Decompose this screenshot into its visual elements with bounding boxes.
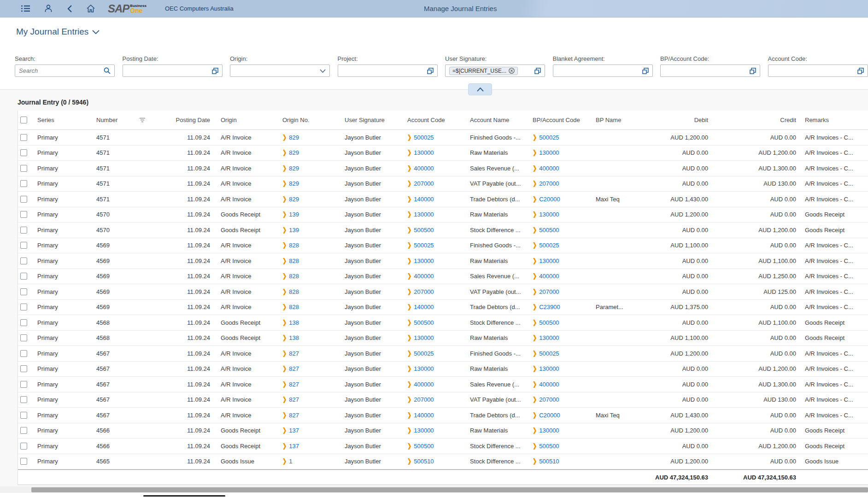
row-checkbox[interactable] bbox=[20, 365, 27, 372]
row-checkbox[interactable] bbox=[20, 334, 27, 341]
origin-no-link[interactable]: 829 bbox=[289, 134, 299, 141]
menu-list-icon[interactable] bbox=[20, 4, 30, 14]
bp-account-code-link[interactable]: 500510 bbox=[539, 458, 559, 465]
back-icon[interactable] bbox=[65, 4, 75, 14]
table-row[interactable]: Primary456911.09.24A/R Invoice❯828Jayson… bbox=[18, 284, 868, 300]
bp-account-code-link[interactable]: 130000 bbox=[539, 334, 559, 341]
table-row[interactable]: Primary456711.09.24A/R Invoice❯827Jayson… bbox=[18, 392, 868, 408]
origin-no-link[interactable]: 828 bbox=[289, 257, 299, 264]
row-checkbox[interactable] bbox=[20, 458, 27, 465]
search-icon[interactable] bbox=[104, 67, 111, 74]
table-row[interactable]: Primary456811.09.24Goods Receipt❯138Jays… bbox=[18, 315, 868, 331]
bp-account-code-input[interactable] bbox=[660, 64, 760, 77]
bp-account-code-link[interactable]: 500500 bbox=[539, 443, 559, 450]
bp-account-code-link[interactable]: C20000 bbox=[539, 412, 560, 419]
column-header-account-code[interactable]: Account Code bbox=[404, 117, 467, 123]
origin-no-link[interactable]: 827 bbox=[289, 381, 299, 388]
horizontal-scrollbar[interactable] bbox=[0, 486, 868, 493]
column-header-series[interactable]: Series bbox=[37, 117, 96, 123]
row-checkbox[interactable] bbox=[20, 427, 27, 434]
origin-no-link[interactable]: 138 bbox=[289, 334, 299, 341]
row-checkbox[interactable] bbox=[20, 211, 27, 218]
account-code-link[interactable]: 500500 bbox=[414, 443, 434, 450]
bp-account-code-link[interactable]: 500500 bbox=[539, 227, 559, 234]
chevron-down-icon[interactable] bbox=[320, 69, 326, 73]
filter-icon[interactable] bbox=[140, 118, 145, 123]
row-checkbox[interactable] bbox=[20, 443, 27, 450]
bp-account-code-link[interactable]: 500025 bbox=[539, 242, 559, 249]
bp-account-code-link[interactable]: 130000 bbox=[539, 427, 559, 434]
table-row[interactable]: Primary456711.09.24A/R Invoice❯827Jayson… bbox=[18, 346, 868, 362]
column-header-origin-no[interactable]: Origin No. bbox=[280, 117, 341, 123]
bp-account-code-link[interactable]: 500025 bbox=[539, 350, 559, 357]
horizontal-scrollbar-thumb[interactable] bbox=[31, 487, 868, 492]
bp-account-code-link[interactable]: 500025 bbox=[539, 134, 559, 141]
account-code-link[interactable]: 207000 bbox=[414, 396, 434, 403]
bp-account-code-link[interactable]: 400000 bbox=[539, 165, 559, 172]
row-checkbox[interactable] bbox=[20, 257, 27, 264]
row-checkbox[interactable] bbox=[20, 396, 27, 403]
table-row[interactable]: Primary456711.09.24A/R Invoice❯827Jayson… bbox=[18, 377, 868, 392]
origin-no-link[interactable]: 827 bbox=[289, 365, 299, 372]
origin-no-link[interactable]: 828 bbox=[289, 242, 299, 249]
origin-no-link[interactable]: 829 bbox=[289, 149, 299, 156]
table-row[interactable]: Primary456811.09.24Goods Receipt❯138Jays… bbox=[18, 331, 868, 346]
column-header-debit[interactable]: Debit bbox=[642, 117, 708, 123]
row-checkbox[interactable] bbox=[20, 149, 27, 156]
bp-account-code-link[interactable]: C23900 bbox=[539, 304, 560, 310]
row-checkbox[interactable] bbox=[20, 165, 27, 172]
user-signature-token[interactable]: =$[CURRENT_USE... bbox=[449, 67, 518, 75]
value-help-icon[interactable] bbox=[534, 68, 541, 74]
origin-select[interactable] bbox=[230, 64, 330, 77]
row-checkbox[interactable] bbox=[20, 180, 27, 187]
origin-no-link[interactable]: 828 bbox=[289, 304, 299, 310]
column-header-user-signature[interactable]: User Signature bbox=[341, 117, 404, 123]
user-signature-input[interactable]: =$[CURRENT_USE... bbox=[445, 64, 545, 77]
bp-account-code-link[interactable]: 207000 bbox=[539, 180, 559, 187]
origin-no-link[interactable]: 137 bbox=[289, 443, 299, 450]
origin-no-link[interactable]: 829 bbox=[289, 196, 299, 203]
table-row[interactable]: Primary457111.09.24A/R Invoice❯829Jayson… bbox=[18, 146, 868, 161]
account-code-link[interactable]: 500500 bbox=[414, 319, 434, 326]
column-header-remarks[interactable]: Remarks bbox=[796, 117, 861, 123]
home-icon[interactable] bbox=[86, 4, 96, 14]
origin-no-link[interactable]: 138 bbox=[289, 319, 299, 326]
account-code-link[interactable]: 140000 bbox=[414, 196, 434, 203]
account-code-link[interactable]: 500510 bbox=[414, 458, 434, 465]
account-code-link[interactable]: 500025 bbox=[414, 242, 434, 249]
table-row[interactable]: Primary456511.09.24Goods Issue❯1Jayson B… bbox=[18, 454, 868, 470]
column-header-credit[interactable]: Credit bbox=[708, 117, 796, 123]
table-row[interactable]: Primary456911.09.24A/R Invoice❯828Jayson… bbox=[18, 300, 868, 316]
bp-account-code-link[interactable]: 500500 bbox=[539, 319, 559, 326]
table-row[interactable]: Primary457111.09.24A/R Invoice❯829Jayson… bbox=[18, 192, 868, 207]
account-code-link[interactable]: 130000 bbox=[414, 257, 434, 264]
bp-account-code-link[interactable]: 207000 bbox=[539, 288, 559, 295]
row-checkbox[interactable] bbox=[20, 381, 27, 388]
row-checkbox[interactable] bbox=[20, 242, 27, 249]
bp-account-code-link[interactable]: 130000 bbox=[539, 149, 559, 156]
table-row[interactable]: Primary456611.09.24Goods Receipt❯137Jays… bbox=[18, 423, 868, 439]
row-checkbox[interactable] bbox=[20, 319, 27, 326]
account-code-link[interactable]: 400000 bbox=[414, 381, 434, 388]
view-selector[interactable]: My Journal Entries bbox=[16, 27, 100, 37]
origin-no-link[interactable]: 137 bbox=[289, 427, 299, 434]
account-code-link[interactable]: 400000 bbox=[414, 273, 434, 280]
row-checkbox[interactable] bbox=[20, 273, 27, 280]
table-row[interactable]: Primary457111.09.24A/R Invoice❯829Jayson… bbox=[18, 130, 868, 146]
remove-token-icon[interactable] bbox=[509, 68, 515, 74]
account-code-link[interactable]: 207000 bbox=[414, 180, 434, 187]
blanket-agreement-input[interactable] bbox=[553, 64, 653, 77]
table-row[interactable]: Primary457111.09.24A/R Invoice❯829Jayson… bbox=[18, 176, 868, 192]
person-icon[interactable] bbox=[43, 4, 53, 14]
column-header-account-name[interactable]: Account Name bbox=[467, 117, 530, 123]
origin-no-link[interactable]: 827 bbox=[289, 350, 299, 357]
column-header-origin[interactable]: Origin bbox=[219, 117, 280, 123]
bp-account-code-link[interactable]: 130000 bbox=[539, 257, 559, 264]
value-help-icon[interactable] bbox=[750, 68, 756, 74]
account-code-link[interactable]: 130000 bbox=[414, 211, 434, 218]
account-code-link[interactable]: 130000 bbox=[414, 149, 434, 156]
table-row[interactable]: Primary456911.09.24A/R Invoice❯828Jayson… bbox=[18, 253, 868, 269]
bp-account-code-link[interactable]: 130000 bbox=[539, 365, 559, 372]
account-code-link[interactable]: 130000 bbox=[414, 334, 434, 341]
origin-no-link[interactable]: 827 bbox=[289, 396, 299, 403]
